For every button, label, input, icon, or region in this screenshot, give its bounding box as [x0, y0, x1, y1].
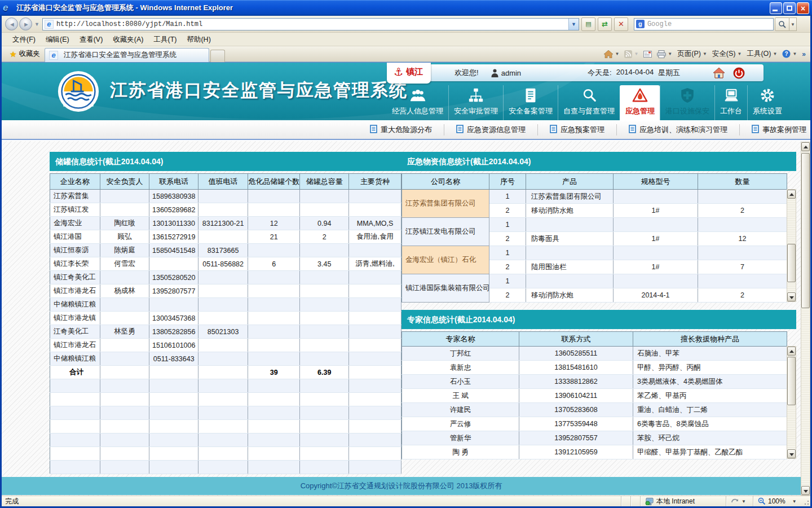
nav-magnifier[interactable]: 自查与督查管理 [558, 85, 620, 120]
menu-item[interactable]: 工具(T) [148, 33, 182, 46]
table-cell [248, 461, 300, 474]
new-tab-stub[interactable] [210, 50, 225, 62]
supplies-scrollbar[interactable] [787, 189, 796, 302]
scroll-up-button[interactable] [801, 142, 810, 151]
menu-item[interactable]: 帮助(H) [182, 33, 215, 46]
table-cell [100, 339, 149, 352]
nav-document[interactable]: 安全备案管理 [503, 85, 558, 120]
page-menu[interactable]: 页面(P)▼ [677, 49, 707, 59]
page-tab[interactable]: e 江苏省港口安全监管与应急管理系统 [45, 48, 209, 62]
subnav-item[interactable]: 应急资源信息管理 [444, 124, 537, 135]
table-row-empty [50, 433, 401, 447]
table-row: 中储粮镇江粮 [50, 298, 401, 312]
subnav-item[interactable]: 应急预案管理 [537, 124, 616, 135]
subnav-item[interactable]: 重大危险源分布 [358, 124, 444, 135]
scroll-down-button[interactable] [787, 449, 796, 458]
expert-name-cell: 丁邦红 [402, 347, 519, 361]
compatibility-view-button[interactable]: ▤ [581, 17, 595, 31]
search-input[interactable]: Google [647, 20, 672, 28]
nav-warning[interactable]: 应急管理 [620, 85, 660, 120]
doc-icon [629, 125, 636, 135]
search-button[interactable] [775, 17, 789, 31]
minimize-button[interactable] [770, 2, 782, 14]
scroll-thumb[interactable] [801, 153, 810, 308]
refresh-button[interactable]: ⇄ [598, 17, 612, 31]
toolbar-overflow-chevron[interactable]: » [802, 50, 806, 58]
column-header: 企业名称 [50, 174, 100, 190]
subnav-item[interactable]: 事故案例管理 [739, 124, 810, 135]
home-shortcut-button[interactable] [713, 67, 725, 78]
nav-shield[interactable]: 港口设施保安 [660, 85, 714, 120]
table-cell [248, 352, 300, 366]
feeds-button[interactable]: ▼ [624, 50, 638, 58]
resize-grip[interactable] [801, 496, 810, 506]
welcome-text: 欢迎您! [454, 68, 479, 78]
restore-button[interactable] [783, 2, 796, 14]
scroll-thumb[interactable] [787, 357, 796, 405]
expert-skill-cell: 6类毒害品、8类腐蚀品 [633, 417, 787, 431]
address-bar[interactable]: e http://localhost:8080/yjpt/Main.html ▼ [42, 18, 579, 30]
user-icon [491, 69, 498, 77]
table-cell: MMA,MO,S [349, 217, 401, 230]
home-button[interactable]: ▼ [604, 50, 619, 58]
back-button[interactable]: ◄ [5, 17, 18, 30]
table-cell [300, 406, 349, 420]
menu-item[interactable]: 收藏夹(A) [108, 33, 148, 46]
table-cell [698, 274, 787, 288]
nav-people[interactable]: 经营人信息管理 [387, 85, 448, 120]
protected-mode-button[interactable]: ▼ [726, 496, 753, 506]
table-cell [300, 298, 349, 312]
menu-item[interactable]: 编辑(E) [41, 33, 74, 46]
scroll-thumb[interactable] [787, 244, 796, 282]
nav-gear[interactable]: 系统设置 [747, 85, 787, 120]
company-cell: 江苏索普集团有限公司 [402, 190, 489, 218]
read-mail-button[interactable] [643, 51, 652, 58]
doc-icon [752, 125, 759, 135]
table-cell: 0511-856882 [198, 257, 248, 271]
scroll-up-button[interactable] [787, 190, 796, 199]
scroll-up-button[interactable] [787, 347, 796, 356]
stop-button[interactable]: ✕ [614, 17, 628, 31]
scroll-down-button[interactable] [801, 486, 810, 495]
forward-button[interactable]: ► [19, 17, 32, 30]
table-cell [149, 461, 198, 474]
help-menu[interactable]: ? ▼ [782, 50, 797, 58]
expert-phone-cell: 13605285511 [519, 347, 633, 361]
address-url[interactable]: http://localhost:8080/yjpt/Main.html [56, 20, 568, 28]
subnav-item[interactable]: 应急培训、演练和演习管理 [616, 124, 739, 135]
address-dropdown[interactable]: ▼ [568, 19, 579, 30]
experts-table: 专家名称联系方式擅长救援物种产品 丁邦红13605285511石脑油、甲苯袁新忠… [401, 331, 787, 459]
table-cell [149, 257, 198, 271]
nav-orgchart[interactable]: 安全审批管理 [448, 85, 503, 120]
table-cell: 镇江港国 [50, 230, 100, 244]
search-options-dropdown[interactable]: ▼ [789, 17, 797, 31]
print-button[interactable]: ▼ [657, 50, 672, 58]
zoom-control[interactable]: 100% ▼ [753, 496, 801, 506]
nav-label: 应急管理 [625, 106, 655, 116]
table-cell [50, 420, 100, 433]
favorites-button[interactable]: ★ 收藏夹 [5, 47, 45, 61]
table-cell [50, 447, 100, 461]
expert-skill-cell: 重油、白蜡油、丁二烯 [633, 403, 787, 417]
menu-item[interactable]: 查看(V) [74, 33, 108, 46]
table-cell: 1 [489, 218, 526, 232]
table-cell [198, 190, 248, 203]
logout-button[interactable] [733, 67, 745, 79]
history-dropdown[interactable]: ▼ [34, 21, 39, 27]
safety-menu[interactable]: 安全(S)▼ [712, 49, 742, 59]
close-button[interactable]: × [797, 2, 809, 14]
nav-workbench[interactable]: 工作台 [714, 85, 747, 120]
table-cell: 江奇美化工 [50, 325, 100, 339]
experts-scrollbar[interactable] [787, 346, 796, 459]
search-box[interactable]: g Google [634, 18, 774, 30]
table-cell: 15896380938 [149, 190, 198, 203]
tools-menu[interactable]: 工具(O)▼ [747, 49, 777, 59]
username: admin [501, 69, 521, 77]
scroll-down-button[interactable] [787, 292, 796, 301]
menu-item[interactable]: 文件(F) [7, 33, 41, 46]
page-scrollbar[interactable] [801, 142, 810, 496]
home-icon [713, 67, 725, 78]
city-tab: ⚓ 镇江 [387, 62, 431, 84]
company-cell: 镇江港国际集装箱有限公司 [402, 274, 489, 303]
table-row: 镇江港国际集装箱有限公司1 [402, 274, 787, 288]
